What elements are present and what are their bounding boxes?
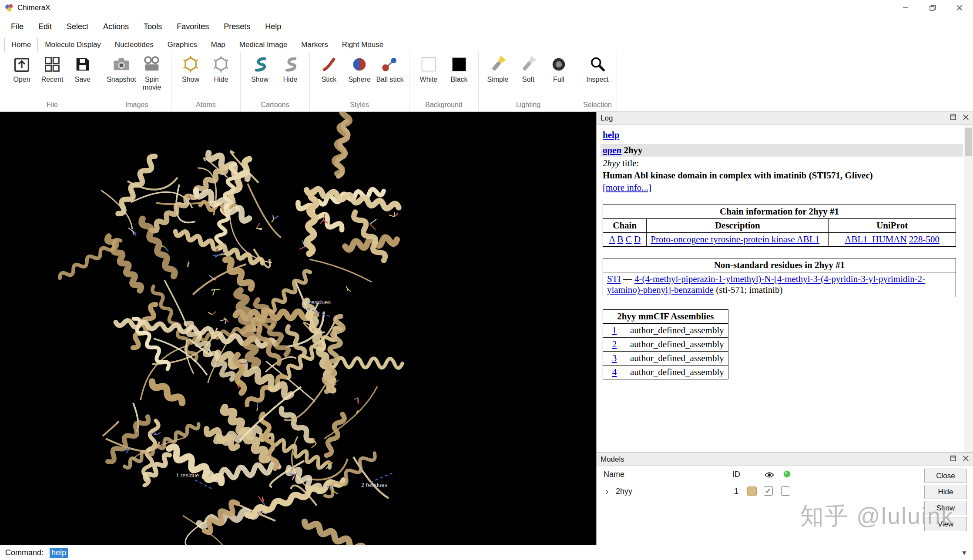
model-shown-checkbox[interactable]: ✓ (764, 486, 773, 496)
background-black-button[interactable]: Black (444, 54, 474, 84)
selection-inspect-button[interactable]: Inspect (582, 54, 613, 84)
float-panel-icon[interactable] (950, 455, 956, 464)
shown-column-eye-icon[interactable] (765, 471, 774, 480)
assembly-4-link[interactable]: 4 (612, 367, 617, 377)
ribbon-group-file: OpenRecentSaveFile (3, 52, 102, 111)
menu-actions[interactable]: Actions (96, 22, 136, 31)
simple-lighting-icon (488, 54, 508, 74)
ribbon-button-label: Inspect (586, 76, 609, 84)
lighting-soft-button[interactable]: Soft (513, 54, 544, 84)
minimize-button[interactable] (892, 0, 919, 16)
uniprot-name-link[interactable]: ABL1_HUMAN (845, 234, 906, 245)
assembly-row: 1 author_defined_assembly (603, 324, 728, 338)
full-lighting-icon (549, 54, 569, 74)
sti-residue-link[interactable]: STI (607, 274, 621, 284)
chain-col-header: Chain (603, 219, 647, 233)
menu-favorites[interactable]: Favorites (169, 22, 216, 31)
command-input[interactable]: help (50, 547, 960, 558)
tab-markers[interactable]: Markers (294, 38, 335, 52)
file-recent-button[interactable]: Recent (37, 54, 67, 84)
model-expander[interactable]: › (605, 487, 608, 496)
tab-nucleotides[interactable]: Nucleotides (108, 38, 161, 52)
model-color-swatch[interactable] (747, 486, 757, 496)
chain-c-link[interactable]: C (626, 234, 632, 245)
float-panel-icon[interactable] (950, 114, 956, 123)
tab-map[interactable]: Map (204, 38, 232, 52)
atoms-show-icon (181, 54, 201, 74)
cartoons-show-button[interactable]: Show (245, 54, 275, 84)
tab-medical-image[interactable]: Medical Image (232, 38, 295, 52)
assembly-2-link[interactable]: 2 (612, 339, 617, 349)
graphics-viewport[interactable]: 3 residues1 residue2 residues (0, 112, 596, 545)
window-controls (892, 0, 973, 16)
assembly-1-link[interactable]: 1 (612, 325, 617, 335)
more-info-link[interactable]: [more info...] (603, 182, 651, 193)
tab-right-mouse[interactable]: Right Mouse (335, 38, 390, 52)
models-hide-button[interactable]: Hide (924, 485, 967, 499)
help-command-link[interactable]: help (603, 130, 620, 140)
assembly-3-link[interactable]: 3 (612, 353, 617, 363)
uniprot-range-link[interactable]: 228-500 (909, 234, 939, 245)
log-content: help open 2hyy 2hyy title: Human Abl kin… (597, 125, 973, 453)
ribbon-group-name: Cartoons (245, 100, 305, 111)
ribbon-group-atoms: ShowHideAtoms (171, 52, 241, 111)
log-scrollbar-thumb[interactable] (965, 128, 972, 156)
atoms-show-button[interactable]: Show (175, 54, 206, 84)
file-save-button[interactable]: Save (67, 54, 98, 84)
title-bar: ChimeraX (0, 0, 973, 16)
styles-sphere-button[interactable]: Sphere (344, 54, 375, 84)
nonstd-table-body: STI — 4-(4-methyl-piperazin-1-ylmethyl)-… (603, 272, 956, 297)
ribbon-button-label: Show (251, 76, 268, 84)
ribbon-group-background: WhiteBlackBackground (409, 52, 479, 111)
tab-graphics[interactable]: Graphics (161, 38, 204, 52)
cartoons-hide-button[interactable]: Hide (275, 54, 305, 84)
menu-help[interactable]: Help (258, 22, 289, 31)
menu-file[interactable]: File (3, 22, 31, 31)
black-background-icon (449, 54, 469, 74)
close-panel-icon[interactable] (963, 114, 969, 123)
chain-a-link[interactable]: A (609, 234, 615, 245)
models-show-button[interactable]: Show (924, 501, 967, 515)
menu-presets[interactable]: Presets (216, 22, 258, 31)
close-panel-icon[interactable] (963, 455, 969, 464)
structure-id-line: 2hyy title: (603, 158, 961, 169)
menu-tools[interactable]: Tools (136, 22, 169, 31)
open-command-echo: open 2hyy (601, 144, 963, 157)
file-open-button[interactable]: Open (7, 54, 37, 84)
command-history-chevron-icon[interactable]: ▾ (960, 548, 968, 557)
background-white-button[interactable]: White (413, 54, 444, 84)
lighting-simple-button[interactable]: Simple (483, 54, 513, 84)
log-panel: Log help open 2hyy (597, 112, 973, 453)
tab-home[interactable]: Home (4, 38, 38, 52)
chain-b-link[interactable]: B (617, 234, 623, 245)
model-name[interactable]: 2hyy (616, 487, 632, 496)
menu-bar: FileEditSelectActionsToolsFavoritesPrese… (0, 16, 973, 37)
ball-stick-icon (380, 54, 400, 74)
assemblies-table-title: 2hyy mmCIF Assemblies (603, 310, 728, 324)
tab-molecule-display[interactable]: Molecule Display (38, 38, 108, 52)
description-link[interactable]: Proto-oncogene tyrosine-protein kinase A… (651, 234, 819, 245)
models-panel-header: Models (597, 453, 973, 466)
images-spin-movie-button[interactable]: Spin movie (137, 54, 167, 91)
chain-d-link[interactable]: D (634, 234, 641, 245)
close-button[interactable] (946, 0, 973, 16)
menu-select[interactable]: Select (59, 22, 96, 31)
models-view-button[interactable]: View (924, 517, 967, 531)
ribbon-group-name: Images (106, 100, 167, 111)
open-command-link[interactable]: open (603, 145, 621, 155)
styles-stick-button[interactable]: Stick (314, 54, 344, 84)
styles-ball-stick-button[interactable]: Ball stick (375, 54, 405, 84)
model-selected-checkbox[interactable] (781, 486, 790, 496)
menu-edit[interactable]: Edit (31, 22, 59, 31)
atoms-hide-button[interactable]: Hide (206, 54, 236, 84)
images-snapshot-button[interactable]: Snapshot (106, 54, 137, 84)
models-close-button[interactable]: Close (924, 469, 967, 483)
compound-suffix: (sti-571; imatinib) (714, 285, 783, 295)
select-column-icon[interactable] (783, 470, 791, 480)
models-panel: Models Name ID (597, 453, 973, 545)
assembly-3-label: author_defined_assembly (626, 352, 728, 366)
description-col-header: Description (647, 219, 829, 233)
log-scrollbar[interactable] (964, 125, 973, 453)
lighting-full-button[interactable]: Full (544, 54, 574, 84)
maximize-button[interactable] (919, 0, 946, 16)
